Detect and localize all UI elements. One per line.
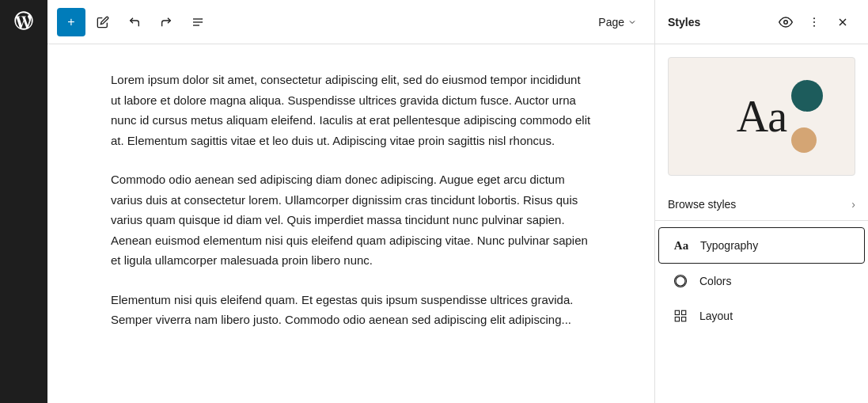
- browse-styles-label: Browse styles: [668, 198, 851, 211]
- circle-icon: [673, 274, 688, 288]
- styles-more-button[interactable]: [802, 10, 827, 35]
- style-options-list: Aa Typography Colors Layout: [655, 221, 868, 340]
- content-paragraph-2: Commodo odio aenean sed adipiscing diam …: [111, 169, 591, 271]
- typography-icon: Aa: [672, 236, 691, 255]
- preview-typography: Aa: [737, 91, 787, 142]
- svg-rect-15: [675, 310, 679, 314]
- undo-icon: [128, 16, 141, 29]
- document-overview-button[interactable]: [184, 8, 212, 36]
- layout-option-icon: [671, 306, 690, 325]
- svg-point-9: [784, 20, 788, 24]
- svg-rect-16: [682, 310, 686, 314]
- typography-label: Typography: [700, 239, 758, 252]
- undo-button[interactable]: [120, 8, 149, 36]
- typography-option[interactable]: Aa Typography: [658, 227, 865, 264]
- pen-icon: [97, 16, 109, 29]
- svg-point-10: [813, 17, 815, 19]
- styles-panel: Styles: [654, 0, 868, 403]
- more-vertical-panel-icon: [808, 16, 821, 29]
- svg-point-11: [813, 21, 815, 23]
- top-toolbar: + Page: [47, 0, 654, 44]
- chevron-down-icon: [627, 17, 637, 27]
- wp-logo[interactable]: [9, 6, 38, 35]
- page-dropdown[interactable]: Page: [590, 11, 645, 33]
- svg-rect-17: [682, 317, 686, 321]
- svg-point-12: [813, 25, 815, 26]
- close-icon: [836, 16, 849, 29]
- add-block-button[interactable]: +: [57, 8, 85, 36]
- styles-panel-title: Styles: [668, 16, 773, 29]
- content-paragraph-1: Lorem ipsum dolor sit amet, consectetur …: [111, 70, 591, 150]
- redo-icon: [160, 16, 172, 29]
- wp-sidebar: [0, 0, 47, 403]
- eye-icon: [779, 15, 793, 29]
- wp-logo-icon: [13, 10, 35, 32]
- styles-panel-header: Styles: [655, 0, 868, 44]
- list-icon: [191, 16, 204, 29]
- colors-icon: [671, 272, 690, 291]
- preview-teal-circle: [791, 80, 823, 112]
- layout-label: Layout: [699, 310, 733, 322]
- browse-styles-row[interactable]: Browse styles ›: [655, 188, 868, 221]
- page-label: Page: [598, 16, 624, 29]
- tools-button[interactable]: [89, 8, 117, 36]
- style-book-button[interactable]: [773, 10, 798, 35]
- redo-button[interactable]: [152, 8, 180, 36]
- preview-peach-circle: [791, 127, 817, 153]
- chevron-right-icon: ›: [851, 198, 855, 211]
- layout-option[interactable]: Layout: [658, 298, 865, 333]
- svg-rect-18: [675, 317, 679, 321]
- styles-header-actions: [773, 10, 855, 35]
- style-preview-card[interactable]: Aa: [668, 57, 855, 176]
- colors-option[interactable]: Colors: [658, 264, 865, 298]
- content-paragraph-3: Elementum nisi quis eleifend quam. Et eg…: [111, 290, 591, 330]
- main-content: Lorem ipsum dolor sit amet, consectetur …: [47, 44, 654, 403]
- grid-icon: [673, 309, 688, 323]
- close-styles-button[interactable]: [830, 10, 855, 35]
- colors-label: Colors: [699, 275, 731, 287]
